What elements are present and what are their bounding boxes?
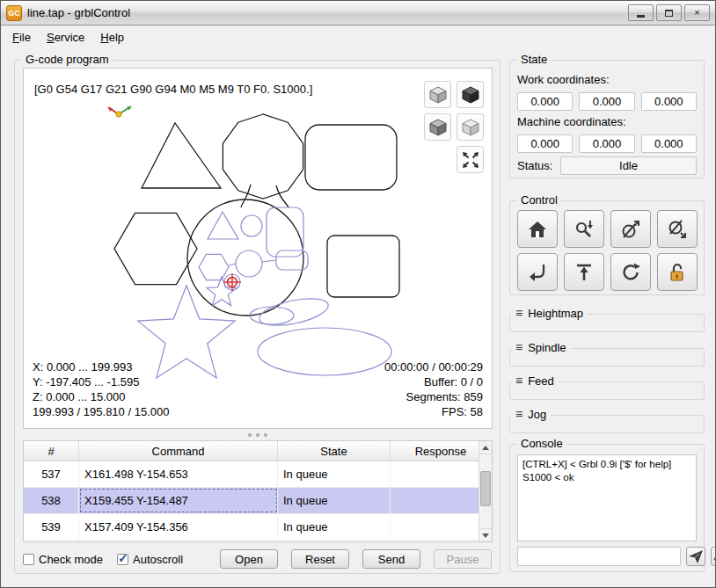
viewport-stats-right: 00:00:00 / 00:00:29 Buffer: 0 / 0 Segmen… [384,359,483,419]
cell-state: In queue [278,461,391,487]
column-header-response: Response [391,441,492,461]
stat-x-range: X: 0.000 ... 199.993 [33,359,169,374]
home-icon [526,218,549,241]
view-cube-3-button[interactable] [424,113,451,141]
scroll-up-button[interactable] [479,441,492,454]
fit-view-icon [461,150,480,170]
console-title: Console [517,437,566,450]
tool-position-marker [223,273,241,291]
view-cube-1-icon [428,85,448,105]
bottom-bar: Check mode ✓ Autoscroll Open Reset Send … [23,549,492,569]
restore-origin-icon [526,261,549,284]
console-send-button[interactable] [686,547,705,566]
zero-xy-icon [619,218,642,241]
arrow-down-icon [482,534,489,538]
status-label: Status: [517,159,552,172]
heightmap-section[interactable]: ≡ Heightmap [509,306,705,332]
jog-section[interactable]: ≡ Jog [509,407,705,433]
autoscroll-checkbox[interactable]: ✓ Autoscroll [117,553,183,566]
console-line: [CTRL+X] < Grbl 0.9i ['$' for help] [522,458,691,471]
splitter-dot [256,433,259,437]
zero-z-button[interactable] [657,210,698,248]
z-probe-icon [573,218,595,241]
cell-command: X159.455 Y-154.487 [79,488,278,513]
app-icon: GC [6,5,22,21]
reset-button[interactable]: Reset [291,549,349,569]
checkbox-icon [23,554,34,565]
cell-response [391,514,492,540]
send-button[interactable]: Send [362,549,420,569]
work-y-field: 0.000 [579,92,634,111]
gcode-program-title: G-code program [22,53,113,66]
feed-label: Feed [528,374,554,388]
unlock-button[interactable] [657,253,698,291]
table-row[interactable]: 537 X161.498 Y-154.653 In queue [24,461,492,488]
minimize-button[interactable] [628,4,654,21]
check-mode-checkbox[interactable]: Check mode [23,553,103,566]
table-scrollbar[interactable] [479,441,492,541]
cell-response [391,488,492,513]
view-cube-1-button[interactable] [424,81,451,108]
z-probe-button[interactable] [564,210,604,248]
machine-x-field: 0.000 [517,134,573,153]
close-button[interactable]: × [684,4,710,21]
column-header-state: State [278,441,391,461]
stat-segments: Segments: 859 [384,389,483,404]
unlock-icon [666,261,689,284]
menubar: File Service Help [1,26,715,48]
console-groupbox: Console [CTRL+X] < Grbl 0.9i ['$' for he… [509,444,705,572]
send-icon [687,548,705,565]
stat-y-range: Y: -197.405 ... -1.595 [33,374,169,389]
cell-num: 539 [24,514,79,540]
menu-help[interactable]: Help [92,28,132,47]
maximize-icon [665,10,673,17]
safe-position-button[interactable] [564,253,604,291]
machine-z-field: 0.000 [641,134,697,153]
control-title: Control [517,193,561,207]
close-icon: × [694,8,699,18]
gcode-header-comment: [G0 G54 G17 G21 G90 G94 M0 M5 M9 T0 F0. … [34,83,312,96]
cell-response [391,461,492,487]
splitter-handle[interactable] [15,431,500,439]
spindle-section[interactable]: ≡ Spindle [509,340,705,367]
menu-file[interactable]: File [4,28,39,47]
view-cube-2-button[interactable] [457,81,484,108]
origin-axes-marker [108,106,131,117]
open-button[interactable]: Open [220,549,278,569]
menu-icon: ≡ [515,340,522,354]
state-groupbox: State Work coordinates: 0.000 0.000 0.00… [509,60,705,178]
maximize-button[interactable] [656,4,682,21]
window-title: line.tap - grblControl [27,6,628,19]
viewport-stats-left: X: 0.000 ... 199.993 Y: -197.405 ... -1.… [33,359,169,419]
stat-buffer: Buffer: 0 / 0 [384,374,483,389]
fit-view-button[interactable] [457,146,484,173]
reset-button-control[interactable] [610,253,651,291]
machine-coordinates-row: 0.000 0.000 0.000 [517,134,697,153]
view-cube-4-button[interactable] [457,113,484,141]
feed-section[interactable]: ≡ Feed [509,374,705,400]
stat-fps: FPS: 58 [384,404,483,419]
table-header: # Command State Response [24,441,492,461]
restore-origin-button[interactable] [517,253,558,291]
home-button[interactable] [517,210,558,248]
autoscroll-label: Autoscroll [133,553,183,566]
titlebar[interactable]: GC line.tap - grblControl × [1,1,715,25]
menu-icon: ≡ [515,407,522,421]
stat-z-range: Z: 0.000 ... 15.000 [33,389,169,404]
column-header-command: Command [79,441,278,461]
gcode-viewport[interactable]: [G0 G54 G17 G21 G90 G94 M0 M5 M9 T0 F0. … [23,68,493,429]
stat-time: 00:00:00 / 00:00:29 [384,359,483,374]
app-window: GC line.tap - grblControl × File Service… [0,0,716,588]
scroll-down-button[interactable] [479,528,492,541]
work-coordinates-label: Work coordinates: [517,73,610,86]
menu-service[interactable]: Service [39,28,92,47]
work-x-field: 0.000 [517,92,573,111]
console-input[interactable] [517,547,681,566]
table-row[interactable]: 539 X157.409 Y-154.356 In queue [24,514,492,541]
cell-command: X157.409 Y-154.356 [79,514,278,540]
console-clear-button[interactable] [711,547,716,566]
scrollbar-thumb[interactable] [480,471,491,506]
zero-xy-button[interactable] [610,210,651,248]
splitter-dot [248,433,252,437]
table-row-selected[interactable]: 538 X159.455 Y-154.487 In queue [24,488,492,514]
